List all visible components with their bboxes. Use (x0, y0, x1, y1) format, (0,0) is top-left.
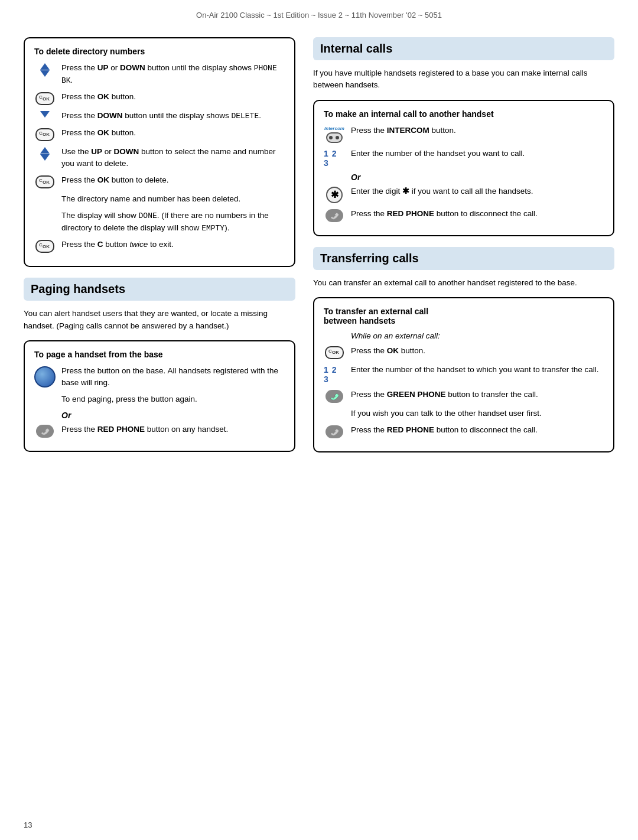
page-step-3: Press the RED PHONE button on any handse… (34, 424, 285, 438)
internal-box-title: To make an internal call to another hand… (324, 109, 604, 119)
delete-step-6: OK Press the OK button to delete. (34, 174, 285, 188)
delete-step-6-text: Press the OK button to delete. (61, 174, 285, 186)
delete-step-7: The directory name and number has been d… (34, 193, 285, 205)
left-column: To delete directory numbers Press the UP… (24, 37, 295, 463)
internal-step-2-text: Enter the number of the handset you want… (351, 148, 604, 159)
transfer-step-2-text: Enter the number of the handset to which… (351, 364, 604, 376)
page-step-1: Press the button on the base. All handse… (34, 365, 285, 389)
123-icon-2: 1 2 3 (324, 365, 345, 384)
transfer-box-title: To transfer an external call between han… (324, 307, 604, 325)
page-handset-box: To page a handset from the base Press th… (24, 340, 295, 452)
delete-step-9: OK Press the C button twice to exit. (34, 239, 285, 253)
delete-step-5-text: Use the UP or DOWN button to select the … (61, 146, 285, 170)
page-step-3-text: Press the RED PHONE button on any handse… (61, 424, 285, 435)
down-arrow-icon (34, 111, 56, 118)
ok-icon-4: OK (34, 240, 56, 253)
internal-step-1: Intercom Press the INTERCOM button. (324, 125, 604, 143)
transfer-calls-heading: Transferring calls (313, 247, 614, 270)
delete-step-2-text: Press the OK button. (61, 91, 285, 103)
paging-heading: Paging handsets (24, 278, 295, 301)
page-number: 13 (24, 821, 32, 829)
ok-icon-3: OK (34, 175, 56, 188)
delete-step-8: The display will show DONE. (If there ar… (34, 210, 285, 234)
delete-directory-box: To delete directory numbers Press the UP… (24, 37, 295, 267)
delete-box-title: To delete directory numbers (34, 47, 285, 56)
transfer-step-5-text: Press the RED PHONE button to disconnect… (351, 424, 604, 436)
internal-step-2: 1 2 3 Enter the number of the handset yo… (324, 148, 604, 168)
red-phone-icon-1 (34, 425, 56, 438)
updown-icon (34, 63, 56, 77)
internal-step-4: Press the RED PHONE button to disconnect… (324, 208, 604, 222)
or-label-1: Or (61, 411, 285, 420)
internal-call-box: To make an internal call to another hand… (313, 100, 614, 236)
internal-step-3-text: Enter the digit ✱ if you want to call al… (351, 185, 604, 197)
internal-calls-intro: If you have multiple handsets registered… (313, 67, 614, 92)
page-step-1-text: Press the button on the base. All handse… (61, 365, 285, 389)
delete-step-3-text: Press the DOWN button until the display … (61, 110, 285, 122)
transfer-step-1-text: Press the OK button. (351, 345, 604, 357)
red-phone-icon-2 (324, 209, 345, 222)
transfer-calls-intro: You can transfer an external call to ano… (313, 277, 614, 289)
delete-step-9-text: Press the C button twice to exit. (61, 239, 285, 250)
transfer-step-4: If you wish you can talk to the other ha… (324, 408, 604, 419)
transfer-step-3-text: Press the GREEN PHONE button to transfer… (351, 389, 604, 401)
or-label-2: Or (351, 172, 604, 182)
page-header: On-Air 2100 Classic ~ 1st Edition ~ Issu… (0, 0, 638, 25)
internal-step-3: ✱ Enter the digit ✱ if you want to call … (324, 185, 604, 203)
transfer-step-3: Press the GREEN PHONE button to transfer… (324, 389, 604, 403)
page-box-title: To page a handset from the base (34, 350, 285, 359)
transfer-italic-intro: While on an external call: (351, 331, 604, 340)
transfer-step-1: OK Press the OK button. (324, 345, 604, 359)
transfer-call-box: To transfer an external call between han… (313, 297, 614, 452)
page-step-2: To end paging, press the button again. (34, 393, 285, 405)
updown-icon-2 (34, 147, 56, 161)
123-icon-1: 1 2 3 (324, 149, 345, 168)
delete-step-2: OK Press the OK button. (34, 91, 285, 105)
internal-step-4-text: Press the RED PHONE button to disconnect… (351, 208, 604, 220)
intercom-icon: Intercom (324, 126, 345, 143)
red-phone-icon-3 (324, 425, 345, 438)
ok-icon-1: OK (34, 92, 56, 105)
header-text: On-Air 2100 Classic ~ 1st Edition ~ Issu… (196, 11, 442, 19)
delete-step-5: Use the UP or DOWN button to select the … (34, 146, 285, 170)
internal-step-1-text: Press the INTERCOM button. (351, 125, 604, 136)
right-column: Internal calls If you have multiple hand… (313, 37, 614, 463)
transfer-step-5: Press the RED PHONE button to disconnect… (324, 424, 604, 438)
page-step-2-text: To end paging, press the button again. (61, 393, 285, 405)
base-button-icon (34, 366, 56, 388)
ok-icon-5: OK (324, 346, 345, 359)
delete-step-3: Press the DOWN button until the display … (34, 110, 285, 122)
delete-step-8-text: The display will show DONE. (If there ar… (61, 210, 285, 234)
green-phone-icon (324, 390, 345, 403)
delete-step-4-text: Press the OK button. (61, 127, 285, 139)
delete-step-1: Press the UP or DOWN button until the di… (34, 62, 285, 86)
internal-calls-heading: Internal calls (313, 37, 614, 60)
paging-intro: You can alert handset users that they ar… (24, 308, 295, 332)
transfer-step-4-text: If you wish you can talk to the other ha… (351, 408, 604, 419)
transfer-step-2: 1 2 3 Enter the number of the handset to… (324, 364, 604, 384)
star-icon: ✱ (324, 187, 345, 203)
delete-step-7-text: The directory name and number has been d… (61, 193, 285, 205)
delete-step-1-text: Press the UP or DOWN button until the di… (61, 62, 285, 86)
ok-icon-2: OK (34, 128, 56, 141)
delete-step-4: OK Press the OK button. (34, 127, 285, 141)
